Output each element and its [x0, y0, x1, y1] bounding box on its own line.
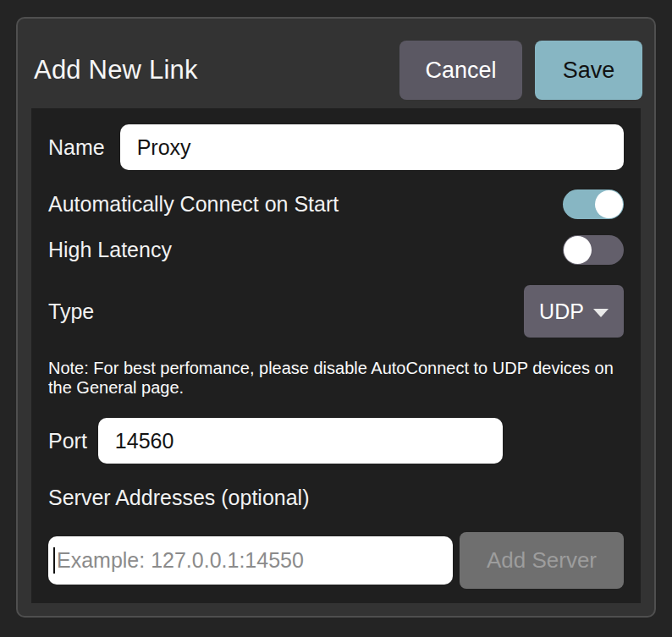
port-label: Port — [48, 429, 87, 453]
server-address-input[interactable] — [48, 536, 453, 585]
high-latency-row: High Latency — [48, 235, 624, 265]
auto-connect-row: Automatically Connect on Start — [48, 189, 624, 219]
save-button[interactable]: Save — [535, 41, 642, 100]
server-address-row: Add Server — [48, 532, 624, 589]
add-link-dialog: Add New Link Cancel Save Name Automatica… — [16, 17, 656, 618]
link-settings-panel: Name Automatically Connect on Start High… — [31, 108, 641, 603]
type-dropdown-value: UDP — [539, 299, 584, 324]
cancel-button[interactable]: Cancel — [399, 41, 522, 100]
dialog-header: Add New Link Cancel Save — [18, 19, 654, 108]
page-title: Add New Link — [34, 55, 198, 85]
high-latency-label: High Latency — [48, 238, 172, 262]
auto-connect-toggle[interactable] — [563, 189, 624, 219]
server-address-input-wrap — [48, 536, 453, 585]
auto-connect-label: Automatically Connect on Start — [48, 192, 339, 217]
page-background: Add New Link Cancel Save Name Automatica… — [0, 0, 672, 637]
port-row: Port — [48, 418, 624, 464]
toggle-knob — [564, 236, 592, 264]
name-label: Name — [48, 135, 105, 160]
type-row: Type UDP — [48, 285, 624, 338]
high-latency-toggle[interactable] — [563, 235, 624, 265]
note-text: Note: For best perfomance, please disabl… — [48, 359, 624, 398]
name-input[interactable] — [120, 124, 624, 170]
server-addresses-label: Server Addresses (optional) — [48, 486, 624, 510]
type-dropdown[interactable]: UDP — [524, 285, 624, 338]
header-buttons: Cancel Save — [399, 41, 642, 100]
text-cursor — [53, 547, 55, 574]
type-label: Type — [48, 299, 94, 324]
port-input[interactable] — [98, 418, 503, 464]
add-server-button[interactable]: Add Server — [460, 532, 624, 589]
chevron-down-icon — [593, 309, 609, 317]
toggle-knob — [595, 190, 623, 218]
name-row: Name — [48, 124, 624, 170]
